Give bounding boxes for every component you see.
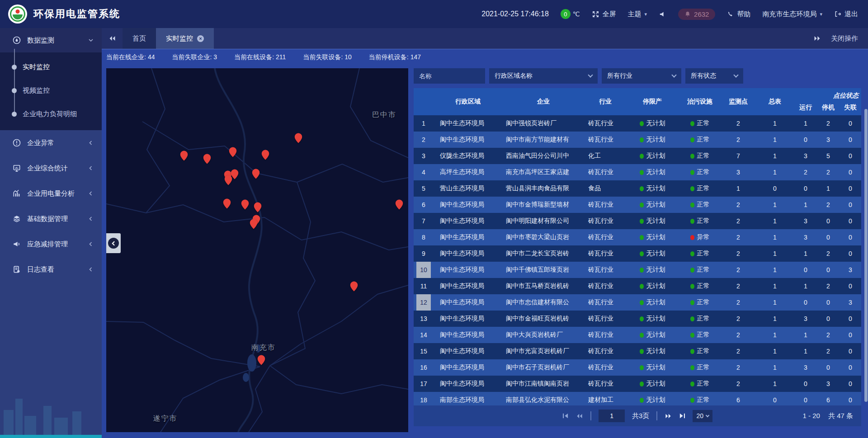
row-index: 15 (416, 343, 431, 359)
industry-filter-select[interactable]: 所有行业 (602, 68, 681, 84)
map-collapse-handle[interactable] (106, 233, 121, 253)
table-row-2[interactable]: 2 阆中生态环境局 阆中市南方节能建材有 砖瓦行业 无计划 正常 2 1 0 3… (414, 132, 861, 148)
table-row-4[interactable]: 4 高坪生态环境局 南充市高坪区王家店建 砖瓦行业 无计划 正常 3 1 2 2… (414, 164, 861, 180)
sidebar-subitem-1[interactable]: 视频监控 (0, 79, 102, 102)
table-scrollbar[interactable] (864, 109, 868, 402)
map-pin-icon[interactable] (257, 354, 265, 366)
prev-page-icon[interactable] (576, 413, 583, 419)
col-header-run[interactable]: 运行 (794, 100, 817, 115)
col-header-halt[interactable]: 停机 (817, 100, 840, 115)
table-row-15[interactable]: 15 阆中生态环境局 阆中市光富页岩机砖厂 砖瓦行业 无计划 正常 2 1 1 … (414, 343, 861, 359)
tabs-scroll-right-icon[interactable] (813, 35, 821, 42)
region-filter-select[interactable]: 行政区域名称 (489, 68, 598, 84)
map-pin-icon[interactable] (228, 146, 237, 158)
cell-industry: 砖瓦行业 (585, 197, 626, 213)
tab-0[interactable]: 首页 (123, 28, 156, 49)
help-button[interactable]: 帮助 (727, 10, 750, 19)
cell-monitor-points: 2 (721, 376, 755, 392)
sidebar-item-2[interactable]: 企业综合统计 (0, 155, 102, 181)
theme-dropdown[interactable]: 主题 ▾ (628, 10, 647, 19)
table-row-13[interactable]: 13 阆中生态环境局 阆中市金福旺页岩机砖 砖瓦行业 无计划 正常 2 1 3 … (414, 311, 861, 327)
sidebar: 数据监测 实时监控 视频监控 企业电力负荷明细 企业异常 企业综合统计 企业用电… (0, 28, 102, 438)
col-header-stop-plan[interactable]: 停限产 (626, 88, 679, 115)
status-filter-select[interactable]: 所有状态 (685, 68, 743, 84)
table-row-7[interactable]: 7 阆中生态环境局 阆中明阳建材有限公司 砖瓦行业 无计划 正常 2 1 3 0… (414, 213, 861, 229)
table-row-10[interactable]: 10 阆中生态环境局 阆中千佛镇五郎垭页岩 砖瓦行业 无计划 正常 2 1 0 … (414, 262, 861, 278)
page-number-input[interactable] (599, 410, 625, 422)
map-pin-icon[interactable] (179, 150, 188, 161)
map-pin-icon[interactable] (261, 149, 270, 160)
cell-facility: 正常 (697, 217, 710, 225)
col-header-meter[interactable]: 总表 (755, 88, 794, 115)
col-header-facility[interactable]: 治污设施 (679, 88, 721, 115)
table-row-17[interactable]: 17 阆中生态环境局 阆中市江南镇阆南页岩 砖瓦行业 无计划 正常 2 1 0 … (414, 376, 861, 392)
next-page-icon[interactable] (665, 413, 672, 419)
sidebar-item-1[interactable]: 企业异常 (0, 130, 102, 155)
table-row-16[interactable]: 16 阆中生态环境局 阆中市石子页岩机砖厂 砖瓦行业 无计划 正常 2 1 3 … (414, 359, 861, 376)
table-row-6[interactable]: 6 阆中生态环境局 阆中市金博瑞新型墙材 砖瓦行业 无计划 正常 2 1 1 2… (414, 197, 861, 213)
cell-stop-plan: 无计划 (646, 315, 665, 323)
cell-monitor-points: 2 (721, 213, 755, 229)
cell-region: 阆中生态环境局 (434, 132, 502, 148)
close-operations-button[interactable]: 关闭操作 (831, 34, 858, 43)
sidebar-item-0[interactable]: 数据监测 (0, 28, 102, 52)
col-header-company[interactable]: 企业 (502, 88, 585, 115)
name-filter-input[interactable] (414, 68, 485, 84)
cell-industry: 砖瓦行业 (585, 132, 626, 148)
map-panel[interactable]: 巴中市南充市遂宁市 (106, 68, 408, 432)
facility-status-dot (690, 398, 694, 403)
table-row-11[interactable]: 11 阆中生态环境局 阆中市五马桥页岩机砖 砖瓦行业 无计划 正常 2 1 1 … (414, 278, 861, 294)
page-size-select[interactable]: 20 (693, 410, 712, 422)
chevron-down-icon: ▾ (820, 11, 822, 17)
table-row-3[interactable]: 3 仪陇生态环境局 西南油气田分公司川中 化工 无计划 正常 7 1 3 5 0 (414, 148, 861, 164)
col-header-monitor[interactable]: 监测点 (721, 88, 755, 115)
map-pin-icon[interactable] (395, 199, 403, 210)
sidebar-subitem-0[interactable]: 实时监控 (0, 55, 102, 79)
col-header-industry[interactable]: 行业 (585, 88, 626, 115)
table-row-9[interactable]: 9 阆中生态环境局 阆中市二龙长宝页岩砖 砖瓦行业 无计划 正常 2 1 1 2… (414, 245, 861, 262)
cell-industry: 砖瓦行业 (585, 164, 626, 180)
cell-region: 阆中生态环境局 (434, 115, 502, 132)
col-header-lost[interactable]: 失联 (840, 100, 861, 115)
map-pin-icon[interactable] (222, 198, 231, 209)
tabs-scroll-left-icon[interactable] (102, 28, 123, 49)
first-page-icon[interactable] (562, 413, 569, 419)
sidebar-item-3[interactable]: 企业用电量分析 (0, 181, 102, 206)
map-pin-icon[interactable] (252, 168, 260, 179)
map-pin-icon[interactable] (253, 202, 262, 213)
sidebar-item-6[interactable]: 日志查看 (0, 257, 102, 282)
map-pin-icon[interactable] (294, 132, 302, 144)
map-pin-icon[interactable] (241, 199, 250, 210)
sidebar-subitem-2[interactable]: 企业电力负荷明细 (0, 102, 102, 126)
sidebar-item-4[interactable]: 基础数据管理 (0, 206, 102, 231)
tab-close-icon[interactable]: × (197, 35, 204, 42)
speaker-icon[interactable] (659, 10, 666, 18)
table-row-12[interactable]: 12 阆中生态环境局 阆中市忠信建材有限公 砖瓦行业 无计划 正常 2 1 0 … (414, 294, 861, 311)
cell-lost: 0 (840, 376, 861, 392)
cell-run: 0 (794, 392, 817, 405)
table-row-5[interactable]: 5 营山生态环境局 营山县润丰肉食品有限 食品 无计划 正常 1 0 0 1 0 (414, 180, 861, 197)
tab-1[interactable]: 实时监控 × (156, 28, 214, 49)
notifications-button[interactable]: 2632 (678, 9, 715, 20)
last-page-icon[interactable] (679, 413, 685, 419)
cell-lost: 0 (840, 327, 861, 343)
map-pin-icon[interactable] (224, 174, 232, 186)
map-pin-icon[interactable] (350, 281, 359, 292)
table-row-18[interactable]: 18 南部生态环境局 南部县弘化水泥有限公 建材加工 无计划 正常 6 0 0 … (414, 392, 861, 405)
organization-dropdown[interactable]: 南充市生态环境局 ▾ (762, 10, 822, 19)
table-row-1[interactable]: 1 阆中生态环境局 阆中强锐页岩砖厂 砖瓦行业 无计划 正常 2 1 1 2 0 (414, 115, 861, 132)
map-pin-icon[interactable] (203, 153, 212, 165)
fullscreen-button[interactable]: 全屏 (592, 10, 616, 19)
table-row-8[interactable]: 8 阆中生态环境局 阆中市枣碧大梁山页岩 砖瓦行业 无计划 异常 2 1 3 0… (414, 229, 861, 245)
logout-button[interactable]: 退出 (834, 10, 858, 19)
sidebar-item-5[interactable]: 应急减排管理 (0, 231, 102, 257)
row-index: 10 (416, 262, 431, 278)
cell-total-meter: 1 (755, 376, 794, 392)
bullet-icon (12, 88, 17, 93)
table-row-14[interactable]: 14 阆中生态环境局 阆中大兴页岩机砖厂 砖瓦行业 无计划 正常 2 1 1 2… (414, 327, 861, 343)
map-pin-icon[interactable] (249, 218, 258, 230)
stop-plan-status-dot (640, 398, 644, 403)
cell-total-meter: 1 (755, 278, 794, 294)
col-header-region[interactable]: 行政区域 (434, 88, 502, 115)
stop-plan-status-dot (640, 170, 644, 175)
